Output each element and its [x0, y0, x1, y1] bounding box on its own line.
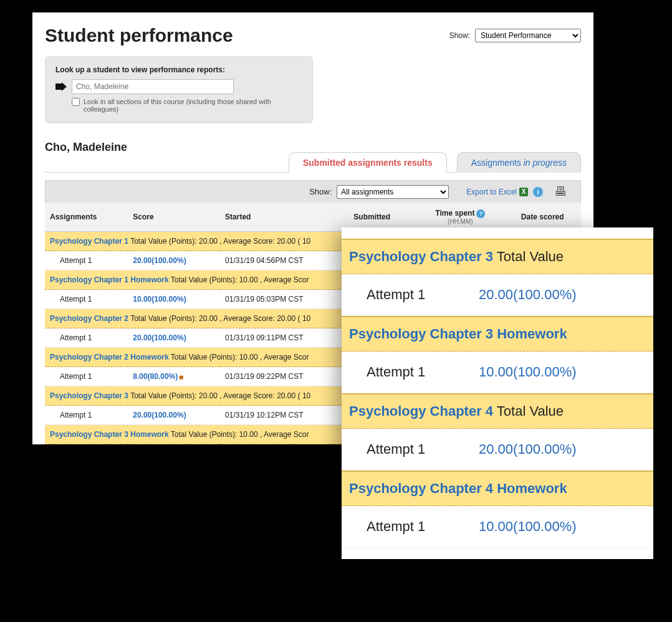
col-started: Started	[220, 203, 348, 232]
chapter-link[interactable]: Psychology Chapter 2	[50, 314, 128, 323]
chapter-link[interactable]: Psychology Chapter 3 Homework	[50, 430, 169, 439]
started-cell: 01/31/19 10:12PM CST	[220, 406, 348, 425]
zoom-group-row: Psychology Chapter 3 Total Value	[342, 239, 653, 274]
page-title: Student performance	[45, 25, 233, 46]
zoom-attempt-row: Attempt 110.00(100.00%)	[342, 352, 653, 393]
all-sections-label: Look in all sections of this course (inc…	[84, 98, 302, 113]
show-selector-top: Show: Student Performance	[449, 29, 581, 42]
header-row: Student performance Show: Student Perfor…	[45, 25, 581, 46]
flag-icon: ◼	[179, 374, 183, 380]
chapter-link[interactable]: Psychology Chapter 2 Homework	[50, 353, 169, 361]
student-lookup-input[interactable]	[72, 79, 234, 94]
group-meta: Total Value (Points): 10.00 , Average Sc…	[169, 430, 309, 439]
tab-in-progress[interactable]: Assignments in progress	[457, 152, 581, 173]
started-cell: 01/31/19 09:11PM CST	[220, 328, 348, 348]
zoom-score-link[interactable]: 10.00(100.00%)	[479, 364, 577, 380]
score-link[interactable]: 8.00(80.00%)	[133, 372, 178, 381]
zoom-chapter-link[interactable]: Psychology Chapter 3	[349, 249, 493, 264]
zoom-score-link[interactable]: 20.00(100.00%)	[479, 441, 577, 457]
zoom-score-link[interactable]: 20.00(100.00%)	[479, 287, 577, 303]
toolbar-show-label: Show:	[309, 187, 332, 196]
zoom-attempt-row: Attempt 120.00(100.00%)	[342, 274, 653, 316]
chapter-link[interactable]: Psychology Chapter 1 Homework	[50, 275, 169, 284]
zoom-group-meta: Total Value	[493, 403, 564, 419]
attempt-label: Attempt 1	[45, 328, 128, 348]
chapter-link[interactable]: Psychology Chapter 3	[50, 391, 128, 400]
results-toolbar: Show: All assignments Export to Excel X …	[45, 180, 581, 203]
zoom-attempt-label: Attempt 1	[367, 287, 454, 303]
score-link[interactable]: 20.00(100.00%)	[133, 411, 186, 419]
zoom-group-meta: Total Value	[493, 249, 564, 264]
zoom-attempt-label: Attempt 1	[367, 441, 454, 457]
group-meta: Total Value (Points): 20.00 , Average Sc…	[128, 391, 310, 400]
group-meta: Total Value (Points): 20.00 , Average Sc…	[128, 314, 310, 323]
zoom-attempt-label: Attempt 1	[367, 364, 454, 380]
show-label: Show:	[449, 31, 470, 40]
zoom-group-row: Psychology Chapter 4 Homework	[342, 471, 653, 506]
zoom-chapter-link[interactable]: Psychology Chapter 4 Homework	[349, 481, 567, 496]
zoom-attempt-row: Attempt 120.00(100.00%)	[342, 429, 653, 471]
zoom-attempt-row: Attempt 110.00(100.00%)	[342, 506, 653, 548]
excel-icon: X	[519, 188, 528, 196]
attempt-label: Attempt 1	[45, 406, 128, 425]
group-meta: Total Value (Points): 20.00 , Average Sc…	[128, 237, 310, 246]
col-assignments: Assignments	[45, 203, 128, 232]
zoom-chapter-link[interactable]: Psychology Chapter 4	[349, 403, 493, 419]
tabs: Submitted assignments results Assignment…	[45, 151, 581, 173]
tab-in-progress-italic: in progress	[524, 158, 567, 168]
show-dropdown[interactable]: Student Performance	[475, 29, 581, 42]
zoom-chapter-link[interactable]: Psychology Chapter 3 Homework	[349, 326, 567, 342]
col-score: Score	[128, 203, 220, 232]
arrow-right-icon	[55, 82, 67, 91]
export-label: Export to Excel	[466, 188, 517, 196]
score-link[interactable]: 10.00(100.00%)	[133, 295, 186, 304]
all-sections-checkbox[interactable]	[72, 98, 80, 106]
export-excel-link[interactable]: Export to Excel X	[466, 188, 528, 196]
score-link[interactable]: 20.00(100.00%)	[133, 333, 186, 342]
zoom-score-link[interactable]: 10.00(100.00%)	[479, 519, 577, 535]
lookup-box: Look up a student to view performance re…	[45, 56, 313, 123]
group-meta: Total Value (Points): 10.00 , Average Sc…	[169, 353, 309, 361]
chapter-link[interactable]: Psychology Chapter 1	[50, 237, 128, 246]
tab-submitted[interactable]: Submitted assignments results	[289, 152, 447, 173]
started-cell: 01/31/19 09:22PM CST	[220, 367, 348, 386]
zoom-attempt-label: Attempt 1	[367, 519, 454, 535]
started-cell: 01/31/19 05:03PM CST	[220, 290, 348, 309]
zoom-group-row: Psychology Chapter 3 Homework	[342, 316, 653, 352]
attempt-label: Attempt 1	[45, 251, 128, 270]
info-icon[interactable]: i	[533, 187, 543, 197]
zoom-group-row: Psychology Chapter 4 Total Value	[342, 393, 653, 429]
zoom-detail-panel: Psychology Chapter 3 Total Value Attempt…	[342, 227, 653, 559]
help-icon[interactable]: ?	[476, 209, 485, 218]
tab-in-progress-prefix: Assignments	[471, 158, 524, 168]
score-link[interactable]: 20.00(100.00%)	[133, 256, 186, 265]
started-cell: 01/31/19 04:56PM CST	[220, 251, 348, 270]
print-icon[interactable]: 🖶	[548, 184, 573, 199]
lookup-label: Look up a student to view performance re…	[55, 65, 302, 74]
attempt-label: Attempt 1	[45, 367, 128, 386]
group-meta: Total Value (Points): 10.00 , Average Sc…	[169, 275, 309, 284]
filter-dropdown[interactable]: All assignments	[337, 185, 449, 199]
attempt-label: Attempt 1	[45, 290, 128, 309]
